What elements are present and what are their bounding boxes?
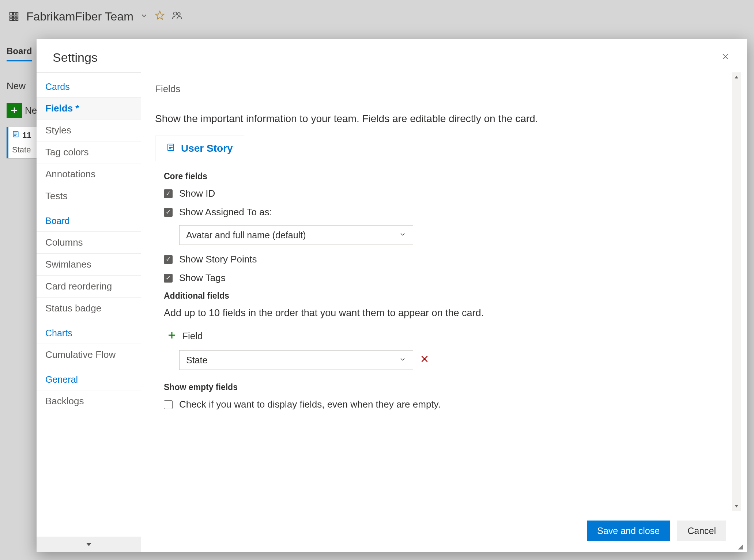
nav-item-styles[interactable]: Styles	[37, 119, 141, 141]
nav-item-backlogs[interactable]: Backlogs	[37, 390, 141, 412]
new-item-text[interactable]: Ne	[25, 105, 37, 116]
svg-rect-8	[16, 19, 18, 20]
nav-item-status-badge[interactable]: Status badge	[37, 297, 141, 319]
settings-dialog: Settings Cards Fields * Styles Tag color…	[37, 39, 747, 552]
tab-board[interactable]: Board	[7, 46, 32, 61]
svg-point-10	[173, 12, 177, 15]
add-item-button[interactable]	[7, 103, 22, 118]
outer-scroll-up-icon[interactable]	[734, 72, 739, 82]
close-button[interactable]	[717, 49, 734, 66]
svg-marker-32	[735, 505, 738, 508]
check-show-tags[interactable]: ✓ Show Tags	[164, 272, 732, 284]
checkbox-show-tags[interactable]: ✓	[164, 274, 173, 283]
nav-item-tag-colors[interactable]: Tag colors	[37, 141, 141, 163]
svg-rect-2	[16, 12, 18, 15]
core-fields-header: Core fields	[164, 171, 732, 181]
nav-section-general[interactable]: General	[37, 366, 141, 390]
label-show-story-points: Show Story Points	[179, 254, 257, 265]
svg-rect-0	[10, 12, 13, 15]
settings-nav: Cards Fields * Styles Tag colors Annotat…	[37, 72, 141, 552]
cancel-button[interactable]: Cancel	[677, 521, 726, 541]
hub-tabs: Board	[7, 39, 32, 61]
assigned-to-value: Avatar and full name (default)	[186, 230, 306, 241]
team-grid-icon	[8, 11, 20, 22]
field-select-value: State	[186, 355, 207, 366]
svg-rect-24	[169, 148, 171, 149]
nav-section-charts[interactable]: Charts	[37, 319, 141, 344]
add-field-button[interactable]: Field	[167, 330, 203, 342]
check-show-id[interactable]: ✓ Show ID	[164, 188, 732, 199]
empty-fields-header: Show empty fields	[164, 382, 732, 392]
top-bar: FabrikamFiber Team	[0, 0, 754, 33]
dialog-footer: Save and close Cancel	[155, 511, 741, 552]
nav-item-annotations[interactable]: Annotations	[37, 163, 141, 185]
nav-item-swimlanes[interactable]: Swimlanes	[37, 253, 141, 275]
svg-rect-16	[14, 134, 17, 135]
label-show-tags: Show Tags	[179, 272, 226, 284]
svg-rect-1	[14, 12, 15, 15]
svg-rect-15	[14, 133, 17, 133]
svg-rect-23	[169, 147, 173, 148]
user-story-icon	[12, 130, 19, 140]
checkbox-empty-fields[interactable]	[164, 400, 173, 409]
label-show-id: Show ID	[179, 188, 215, 199]
team-members-icon[interactable]	[171, 10, 182, 23]
assigned-select-wrap: Avatar and full name (default)	[179, 225, 732, 245]
nav-scroll-down-icon[interactable]	[37, 537, 141, 552]
remove-field-icon[interactable]	[420, 354, 429, 366]
nav-item-fields[interactable]: Fields *	[37, 97, 141, 119]
field-select[interactable]: State	[179, 350, 413, 370]
dialog-header: Settings	[37, 39, 747, 72]
add-field-label: Field	[182, 330, 203, 342]
fields-panel: Core fields ✓ Show ID ✓ Show Assigned To…	[155, 161, 741, 421]
work-item-card[interactable]: 11 State	[7, 127, 37, 158]
svg-marker-31	[735, 76, 738, 79]
tab-user-story-label: User Story	[181, 143, 233, 154]
svg-rect-17	[14, 135, 16, 136]
svg-marker-20	[86, 543, 91, 546]
outer-scrollbar[interactable]	[732, 72, 741, 511]
svg-marker-9	[155, 11, 164, 19]
assigned-to-select[interactable]: Avatar and full name (default)	[179, 225, 413, 245]
checkbox-show-id[interactable]: ✓	[164, 189, 173, 198]
checkbox-show-assigned[interactable]: ✓	[164, 208, 173, 217]
save-and-close-button[interactable]: Save and close	[587, 521, 670, 541]
team-name[interactable]: FabrikamFiber Team	[26, 10, 133, 23]
pane-title: Fields	[155, 72, 741, 95]
nav-section-cards[interactable]: Cards	[37, 73, 141, 97]
chevron-down-icon	[399, 356, 406, 365]
svg-rect-4	[14, 16, 15, 18]
nav-item-card-reordering[interactable]: Card reordering	[37, 275, 141, 297]
main-pane: Fields Show the important information to…	[141, 72, 747, 552]
svg-rect-22	[169, 145, 173, 146]
additional-fields-description: Add up to 10 fields in the order that yo…	[164, 307, 732, 319]
svg-rect-5	[16, 16, 18, 18]
dialog-body: Cards Fields * Styles Tag colors Annotat…	[37, 72, 747, 552]
checkbox-show-story-points[interactable]: ✓	[164, 255, 173, 264]
user-story-tab-icon	[166, 143, 175, 154]
favorite-star-icon[interactable]	[155, 10, 165, 23]
check-show-story-points[interactable]: ✓ Show Story Points	[164, 254, 732, 265]
svg-rect-6	[10, 19, 13, 20]
tab-user-story[interactable]: User Story	[155, 136, 244, 161]
pane-description: Show the important information to your t…	[155, 112, 741, 125]
svg-point-11	[177, 13, 180, 16]
team-chevron-icon[interactable]	[140, 11, 148, 22]
svg-rect-3	[10, 16, 13, 18]
card-state-label: State	[12, 145, 33, 155]
outer-scroll-down-icon[interactable]	[734, 502, 739, 511]
nav-item-tests[interactable]: Tests	[37, 185, 141, 207]
plus-icon	[167, 330, 176, 342]
check-show-assigned[interactable]: ✓ Show Assigned To as:	[164, 207, 732, 218]
work-item-id: 11	[22, 130, 31, 140]
svg-rect-7	[14, 19, 15, 20]
nav-item-cumulative-flow[interactable]: Cumulative Flow	[37, 344, 141, 366]
check-empty-fields[interactable]: Check if you want to display fields, eve…	[164, 399, 732, 410]
nav-section-board[interactable]: Board	[37, 207, 141, 231]
label-empty-fields: Check if you want to display fields, eve…	[179, 399, 441, 410]
additional-field-row: State	[179, 350, 732, 370]
label-show-assigned: Show Assigned To as:	[179, 207, 272, 218]
nav-item-columns[interactable]: Columns	[37, 231, 141, 253]
chevron-down-icon	[399, 231, 406, 240]
additional-fields-header: Additional fields	[164, 291, 732, 301]
